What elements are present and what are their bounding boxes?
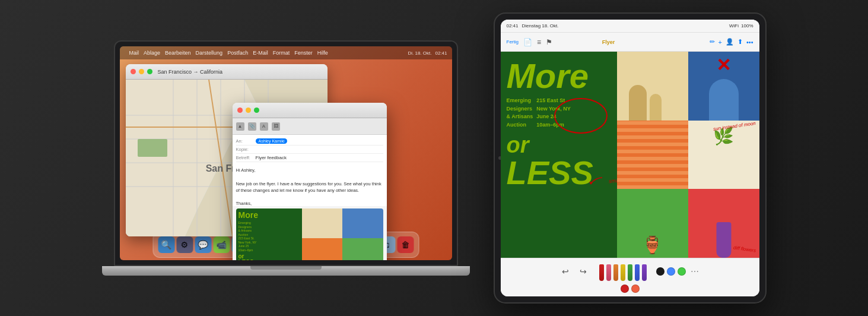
menubar-right: Di. 18. Okt. 02:41 — [408, 50, 447, 56]
ipad-date: Dienstag 18. Okt. — [522, 23, 559, 29]
menu-fenster[interactable]: Fenster — [294, 50, 313, 56]
mail-compose-window[interactable]: ▲ 📎 A 🖼 An: Ashley Kamiki Kopie: — [233, 103, 387, 260]
vase-decoration: 🏺 — [642, 235, 663, 255]
menu-email[interactable]: E-Mail — [253, 50, 268, 56]
ipad-plus-icon[interactable]: + — [718, 39, 722, 46]
mail-flyer-right — [302, 208, 383, 260]
ipad-pencil-icon[interactable]: ✏ — [710, 38, 715, 46]
mail-minimize-button[interactable] — [246, 108, 251, 113]
pen-pink[interactable] — [606, 264, 611, 281]
ipad-bezel: 02:41 Dienstag 18. Okt. WiFi 100% Fertig… — [494, 12, 767, 304]
flyer-cell-red: diff flowers — [688, 189, 759, 258]
maximize-button[interactable] — [147, 69, 152, 74]
mail-subject-value[interactable]: Flyer feedback — [256, 155, 287, 160]
pen-green[interactable] — [628, 264, 632, 281]
color-red-dot[interactable] — [621, 285, 629, 293]
menu-format[interactable]: Format — [273, 50, 290, 56]
more-colors-button[interactable]: ⋯ — [688, 265, 701, 278]
mail-flyer-attachment: More EmergingDesigners& ArtisansAuction2… — [236, 208, 383, 260]
flyer-cell-tan — [617, 52, 688, 121]
macbook-device: Mail Ablage Bearbeiten Darstellung Postf… — [102, 40, 470, 276]
format-icon[interactable]: A — [260, 122, 268, 131]
color-green-dot[interactable] — [678, 267, 686, 276]
color-row-bottom — [621, 285, 640, 293]
ipad-doc-title: Flyer — [602, 39, 615, 45]
color-row-top: ⋯ — [656, 265, 701, 278]
dock-launchpad-icon[interactable]: ⚙ — [176, 236, 193, 253]
mail-maximize-button[interactable] — [254, 108, 259, 113]
ipad-more-icon[interactable]: ••• — [746, 39, 753, 46]
flyer-cell-green: 🏺 — [617, 189, 688, 258]
mail-copy-row: Kopie: — [236, 146, 383, 154]
mail-subject-label: Betreff: — [236, 155, 254, 160]
ipad-emerging-text: EmergingDesigners& ArtisansAuction — [507, 97, 533, 129]
minimize-button[interactable] — [139, 69, 144, 74]
flyer-cell-orange — [617, 121, 688, 189]
redo-button[interactable]: ↪ — [577, 265, 590, 278]
main-scene: Mail Ablage Bearbeiten Darstellung Postf… — [0, 0, 868, 316]
menubar-date: Di. 18. Okt. — [408, 50, 431, 56]
address-circle-annotation — [554, 98, 608, 134]
flyer-cell-2 — [342, 208, 383, 238]
mail-flyer-or-less: orLESS — [239, 254, 300, 260]
ipad-time: 02:41 — [507, 23, 519, 29]
ipad-tools-row2 — [621, 285, 640, 293]
ipad-toolbar-right: ✏ + 👤 ⬆ ••• — [710, 38, 753, 46]
menu-darstellung[interactable]: Darstellung — [196, 50, 223, 56]
dock-facetime-icon[interactable]: 📹 — [213, 236, 230, 253]
ipad-battery: 100% — [741, 23, 753, 29]
ipad-statusbar: 02:41 Dienstag 18. Okt. WiFi 100% — [501, 20, 759, 33]
color-black-dot[interactable] — [656, 267, 664, 276]
dock-messages-icon[interactable]: 💬 — [195, 236, 211, 253]
mail-close-button[interactable] — [237, 108, 243, 113]
mail-to-chip[interactable]: Ashley Kamiki — [256, 138, 288, 144]
mail-body-text: Hi Ashley, New job on the flyer. I have … — [236, 167, 383, 206]
menu-postfach[interactable]: Postfach — [227, 50, 248, 56]
ipad-bottom-toolbar: ↩ ↪ — [501, 258, 759, 296]
photo-icon[interactable]: 🖼 — [272, 122, 280, 131]
ipad-or-text: or — [507, 134, 611, 156]
svg-rect-15 — [138, 139, 167, 157]
flyer-cell-4 — [342, 238, 383, 260]
dock-trash-icon[interactable]: 🗑 — [397, 236, 414, 253]
menu-ablage[interactable]: Ablage — [144, 50, 160, 56]
pen-blue[interactable] — [635, 264, 640, 281]
color-blue-dot[interactable] — [667, 267, 675, 276]
color-orange-dot[interactable] — [631, 285, 640, 293]
menu-hilfe[interactable]: Hilfe — [317, 50, 328, 56]
attach-icon[interactable]: 📎 — [248, 122, 256, 131]
mail-flyer-body: EmergingDesigners& ArtisansAuction215 Ea… — [239, 221, 300, 252]
mail-to-row: An: Ashley Kamiki — [236, 137, 383, 146]
ipad-toolbar-left: Fertig 📄 ≡ ⚑ — [507, 38, 552, 46]
mail-flyer-left: More EmergingDesigners& ArtisansAuction2… — [236, 208, 303, 260]
pen-orange[interactable] — [613, 264, 618, 281]
menubar-left: Mail Ablage Bearbeiten Darstellung Postf… — [125, 50, 328, 56]
ipad-person-icon[interactable]: 👤 — [726, 38, 734, 46]
pen-purple[interactable] — [642, 264, 647, 281]
ipad-more-text: More — [507, 59, 611, 93]
ipad-screen: 02:41 Dienstag 18. Okt. WiFi 100% Fertig… — [501, 20, 759, 296]
undo-button[interactable]: ↩ — [559, 265, 572, 278]
menu-mail[interactable]: Mail — [129, 50, 139, 56]
close-button[interactable] — [131, 69, 136, 74]
mail-toolbar: ▲ 📎 A 🖼 — [233, 118, 387, 135]
pen-yellow[interactable] — [621, 264, 625, 281]
ipad-list-icon[interactable]: ≡ — [537, 38, 541, 46]
flyer-cell-blue: ✕ — [688, 52, 759, 121]
flyer-cell-3 — [302, 238, 342, 260]
flyer-cell-1 — [302, 208, 342, 238]
mail-body[interactable]: Hi Ashley, New job on the flyer. I have … — [233, 165, 387, 206]
ipad-flag-icon[interactable]: ⚑ — [546, 38, 552, 46]
flowers-annotation: diff flowers — [733, 245, 756, 253]
ipad-status-right: WiFi 100% — [729, 23, 753, 29]
send-icon[interactable]: ▲ — [236, 122, 244, 131]
ipad-share-icon[interactable]: ⬆ — [737, 38, 743, 46]
menu-bearbeiten[interactable]: Bearbeiten — [165, 50, 191, 56]
ipad-wifi-icon: WiFi — [729, 23, 739, 29]
ipad-flyer-right-grid: ✕ 🌿 sun instead of moon — [617, 52, 759, 258]
dock-finder-icon[interactable]: 🔍 — [158, 236, 174, 253]
mail-subject-row: Betreff: Flyer feedback — [236, 154, 383, 162]
ipad-doc-icon[interactable]: 📄 — [523, 38, 532, 46]
pen-red[interactable] — [599, 264, 604, 281]
ipad-done-button[interactable]: Fertig — [507, 39, 519, 45]
